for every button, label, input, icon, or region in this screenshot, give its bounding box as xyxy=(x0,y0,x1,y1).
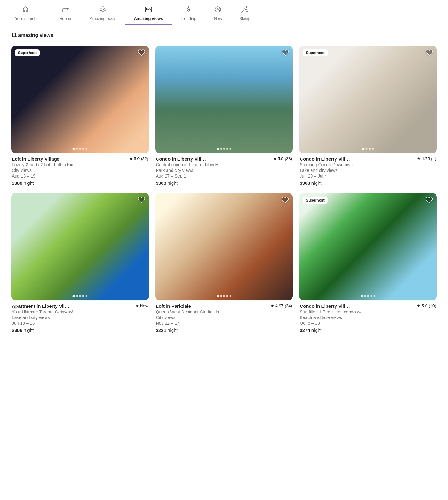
card-info-3: Condo in Liberty Vill…★4.75 (4)Stunning … xyxy=(299,153,437,186)
dot xyxy=(76,148,78,150)
dot xyxy=(220,295,222,297)
card-image-6: Superhost xyxy=(299,193,437,301)
listing-card-1[interactable]: SuperhostLoft in Liberty Village★5.0 (22… xyxy=(11,46,149,186)
dot xyxy=(226,295,228,297)
dot xyxy=(223,148,225,150)
image-dots-2 xyxy=(217,148,231,150)
dot xyxy=(364,295,366,297)
card-description: Your Ultimate Toronto Getaway!… xyxy=(12,309,148,314)
nav-item-label-trending: Trending xyxy=(181,16,197,21)
skiing-icon xyxy=(241,6,249,14)
svg-point-4 xyxy=(246,7,247,8)
dot xyxy=(217,148,219,150)
rating-value: 5.0 (22) xyxy=(134,156,148,161)
nav-item-rooms[interactable]: Rooms xyxy=(51,0,81,25)
nav-item-new[interactable]: New xyxy=(205,0,231,25)
dot xyxy=(361,295,363,297)
dot xyxy=(373,295,375,297)
svg-point-2 xyxy=(146,8,147,9)
nav-item-your-search[interactable]: Your search xyxy=(6,0,45,25)
amazing-views-icon xyxy=(145,6,152,14)
star-icon: ★ xyxy=(417,303,421,308)
nav-item-skiing[interactable]: Skiing xyxy=(231,0,259,25)
dot xyxy=(362,148,364,150)
card-view: City views xyxy=(156,315,292,320)
card-rating: ★New xyxy=(135,303,148,308)
card-title: Loft in Parkdale xyxy=(156,303,268,309)
star-icon: ★ xyxy=(271,303,274,308)
rooms-icon xyxy=(62,6,70,14)
dot xyxy=(370,295,372,297)
nav-item-label-your-search: Your search xyxy=(15,16,37,21)
nav-item-label-new: New xyxy=(214,16,222,21)
card-image-5 xyxy=(155,193,293,301)
wishlist-button-3[interactable] xyxy=(426,49,433,58)
card-image-2 xyxy=(155,46,293,153)
dot xyxy=(82,148,84,150)
card-title-row: Loft in Liberty Village★5.0 (22) xyxy=(12,156,148,162)
dot xyxy=(73,295,75,297)
dot xyxy=(86,148,87,150)
rating-value: 4.75 (4) xyxy=(421,156,436,161)
trending-icon xyxy=(185,6,192,14)
dot xyxy=(82,295,84,297)
card-description: Central condo in heart of Liberty… xyxy=(156,162,292,167)
card-dates: Aug 13 – 19 xyxy=(12,173,148,178)
card-rating: ★4.75 (4) xyxy=(417,156,436,161)
new-tag: New xyxy=(140,303,148,308)
star-icon: ★ xyxy=(135,303,139,308)
dot xyxy=(86,295,87,297)
card-dates: Aug 27 – Sep 1 xyxy=(156,173,292,178)
rating-value: 5.0 (10) xyxy=(421,303,436,308)
card-price: $368 night xyxy=(300,180,436,186)
results-header: 11 amazing views xyxy=(0,25,448,43)
nav-item-label-skiing: Skiing xyxy=(239,16,250,21)
listing-card-4[interactable]: Apartment in Liberty Vil…★NewYour Ultima… xyxy=(11,193,149,333)
listing-card-5[interactable]: Loft in Parkdale★4.97 (34)Queen West Des… xyxy=(155,193,293,333)
card-dates: Jun 18 – 23 xyxy=(12,321,148,326)
wishlist-button-4[interactable] xyxy=(138,196,145,206)
card-rating: ★5.0 (10) xyxy=(417,303,436,308)
amazing-pools-icon xyxy=(99,6,107,14)
your-search-icon xyxy=(22,6,29,14)
listings-grid: SuperhostLoft in Liberty Village★5.0 (22… xyxy=(0,43,448,345)
card-title-row: Apartment in Liberty Vil…★New xyxy=(12,303,148,309)
nav-item-label-amazing-pools: Amazing pools xyxy=(90,16,116,21)
wishlist-button-5[interactable] xyxy=(281,196,289,206)
wishlist-button-6[interactable] xyxy=(426,196,433,206)
nav-item-label-amazing-views: Amazing views xyxy=(134,16,163,21)
card-rating: ★5.0 (22) xyxy=(129,156,148,161)
card-price: $380 night xyxy=(12,180,148,186)
card-view: Beach and lake views xyxy=(300,315,436,320)
card-price: $221 night xyxy=(156,328,292,333)
dot xyxy=(73,148,75,150)
dot xyxy=(79,295,81,297)
listing-card-3[interactable]: SuperhostCondo in Liberty Vill…★4.75 (4)… xyxy=(299,46,437,186)
card-title-row: Loft in Parkdale★4.97 (34) xyxy=(156,303,292,309)
superhost-badge: Superhost xyxy=(303,49,327,56)
card-view: Lake and city views xyxy=(300,168,436,173)
card-image-4 xyxy=(11,193,149,301)
card-info-1: Loft in Liberty Village★5.0 (22)Lovely 2… xyxy=(11,153,149,186)
superhost-badge: Superhost xyxy=(303,197,327,204)
card-dates: Jun 29 – Jul 4 xyxy=(300,173,436,178)
nav-item-trending[interactable]: Trending xyxy=(172,0,205,25)
listing-card-6[interactable]: SuperhostCondo in Liberty Vill…★5.0 (10)… xyxy=(299,193,437,333)
card-view: Lake and city views xyxy=(12,315,148,320)
card-title: Condo in Liberty Vill… xyxy=(300,303,414,309)
dot xyxy=(76,295,78,297)
card-title-row: Condo in Liberty Vill…★5.0 (10) xyxy=(300,303,436,309)
star-icon: ★ xyxy=(273,156,277,161)
nav-item-amazing-pools[interactable]: Amazing pools xyxy=(81,0,125,25)
card-view: Park and city views xyxy=(156,168,292,173)
dot xyxy=(366,148,367,150)
listing-card-2[interactable]: Condo in Liberty Vill…★5.0 (28)Central c… xyxy=(155,46,293,186)
card-rating: ★4.97 (34) xyxy=(271,303,292,308)
wishlist-button-2[interactable] xyxy=(281,49,289,58)
dot xyxy=(223,295,225,297)
rating-value: 4.97 (34) xyxy=(275,303,292,308)
image-dots-3 xyxy=(362,148,374,150)
wishlist-button-1[interactable] xyxy=(138,49,145,58)
nav-item-amazing-views[interactable]: Amazing views xyxy=(125,0,172,25)
dot xyxy=(369,148,371,150)
